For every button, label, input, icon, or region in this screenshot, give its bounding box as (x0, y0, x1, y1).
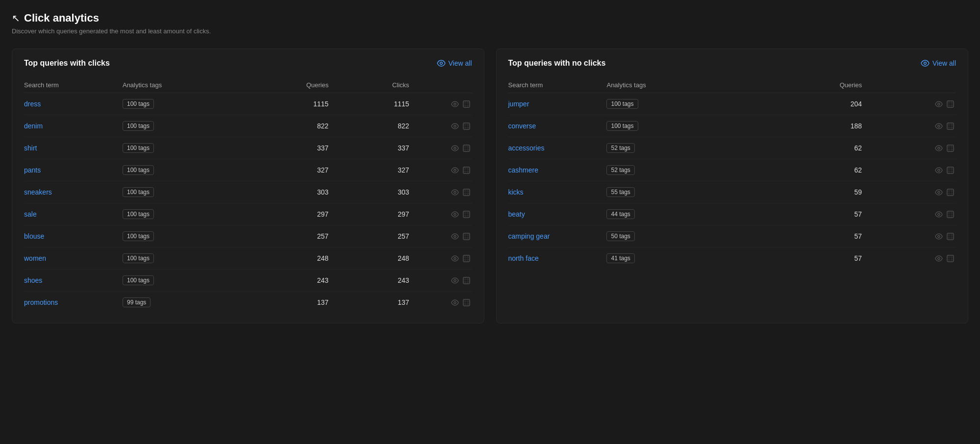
view-icon[interactable] (451, 122, 459, 130)
svg-rect-29 (947, 167, 954, 173)
table-row: converse 100 tags 188 (508, 115, 956, 137)
search-term-link[interactable]: blouse (24, 232, 44, 240)
svg-rect-2 (463, 101, 469, 107)
search-term-link[interactable]: cashmere (508, 166, 538, 174)
view-icon[interactable] (451, 276, 459, 285)
box-icon[interactable] (947, 99, 954, 108)
queries-value: 243 (248, 270, 328, 292)
svg-rect-20 (463, 299, 469, 306)
search-term-link[interactable]: promotions (24, 298, 58, 306)
view-icon[interactable] (935, 188, 943, 197)
view-icon[interactable] (451, 166, 459, 174)
svg-rect-16 (463, 255, 469, 262)
search-term-link[interactable]: accessories (508, 144, 545, 152)
left-table-header-row: Search term Analytics tags Queries Click… (24, 77, 472, 93)
box-icon[interactable] (463, 122, 470, 130)
tag-badge: 44 tags (606, 209, 634, 219)
tag-badge: 99 tags (123, 297, 151, 307)
view-icon[interactable] (451, 232, 459, 241)
search-term-link[interactable]: north face (508, 254, 539, 262)
view-icon[interactable] (451, 298, 459, 307)
svg-rect-18 (463, 277, 469, 284)
box-icon[interactable] (947, 122, 954, 130)
view-icon[interactable] (451, 99, 459, 108)
search-term-link[interactable]: pants (24, 166, 41, 174)
search-term-link[interactable]: shirt (24, 144, 37, 152)
right-table-header-row: Search term Analytics tags Queries (508, 77, 956, 93)
table-row: sneakers 100 tags 303 303 (24, 181, 472, 203)
box-icon[interactable] (463, 144, 470, 152)
table-row: dress 100 tags 1115 1115 (24, 93, 472, 115)
search-term-link[interactable]: jumper (508, 100, 529, 108)
search-term-link[interactable]: converse (508, 122, 536, 130)
clicks-value: 337 (328, 137, 409, 159)
queries-value: 59 (750, 181, 862, 203)
svg-rect-8 (463, 167, 469, 173)
table-row: blouse 100 tags 257 257 (24, 225, 472, 247)
svg-rect-12 (463, 211, 469, 218)
view-icon[interactable] (935, 232, 943, 241)
tag-badge: 41 tags (606, 253, 634, 263)
queries-value: 57 (750, 225, 862, 247)
box-icon[interactable] (947, 232, 954, 241)
eye-icon-right (921, 60, 930, 67)
svg-rect-33 (947, 211, 954, 218)
queries-value: 337 (248, 137, 328, 159)
queries-value: 822 (248, 115, 328, 137)
tag-badge: 100 tags (123, 253, 154, 263)
clicks-value: 327 (328, 159, 409, 181)
view-icon[interactable] (451, 144, 459, 152)
search-term-link[interactable]: sneakers (24, 188, 52, 196)
tag-badge: 52 tags (606, 143, 634, 153)
box-icon[interactable] (463, 166, 470, 174)
box-icon[interactable] (947, 188, 954, 197)
box-icon[interactable] (463, 276, 470, 285)
box-icon[interactable] (463, 232, 470, 241)
right-col-search-term: Search term (508, 77, 607, 93)
svg-rect-35 (947, 233, 954, 240)
search-term-link[interactable]: sale (24, 210, 37, 218)
queries-value: 57 (750, 247, 862, 270)
right-view-all-link[interactable]: View all (921, 59, 956, 67)
search-term-link[interactable]: dress (24, 100, 41, 108)
view-icon[interactable] (451, 210, 459, 219)
left-panel-title: Top queries with clicks (24, 59, 110, 68)
queries-value: 327 (248, 159, 328, 181)
box-icon[interactable] (463, 188, 470, 197)
box-icon[interactable] (947, 144, 954, 152)
box-icon[interactable] (947, 254, 954, 263)
view-icon[interactable] (935, 166, 943, 174)
queries-value: 62 (750, 159, 862, 181)
clicks-value: 257 (328, 225, 409, 247)
svg-point-7 (453, 170, 455, 172)
search-term-link[interactable]: shoes (24, 276, 42, 284)
view-icon[interactable] (935, 144, 943, 152)
tag-badge: 50 tags (606, 231, 634, 241)
search-term-link[interactable]: kicks (508, 188, 524, 196)
view-icon[interactable] (935, 99, 943, 108)
box-icon[interactable] (947, 210, 954, 219)
view-icon[interactable] (935, 122, 943, 130)
box-icon[interactable] (463, 298, 470, 307)
table-row: kicks 55 tags 59 (508, 181, 956, 203)
svg-rect-23 (947, 101, 954, 107)
search-term-link[interactable]: camping gear (508, 232, 550, 240)
search-term-link[interactable]: denim (24, 122, 43, 130)
view-icon[interactable] (935, 254, 943, 263)
view-icon[interactable] (451, 254, 459, 263)
box-icon[interactable] (463, 210, 470, 219)
left-view-all-link[interactable]: View all (437, 59, 472, 67)
tag-badge: 100 tags (123, 121, 154, 131)
view-icon[interactable] (935, 210, 943, 219)
view-icon[interactable] (451, 188, 459, 197)
tag-badge: 100 tags (606, 121, 638, 131)
box-icon[interactable] (463, 99, 470, 108)
left-table-body: dress 100 tags 1115 1115 denim (24, 93, 472, 314)
tag-badge: 100 tags (123, 275, 154, 285)
box-icon[interactable] (947, 166, 954, 174)
box-icon[interactable] (463, 254, 470, 263)
table-row: camping gear 50 tags 57 (508, 225, 956, 247)
search-term-link[interactable]: beaty (508, 210, 525, 218)
tag-badge: 100 tags (123, 99, 154, 109)
search-term-link[interactable]: women (24, 254, 46, 262)
